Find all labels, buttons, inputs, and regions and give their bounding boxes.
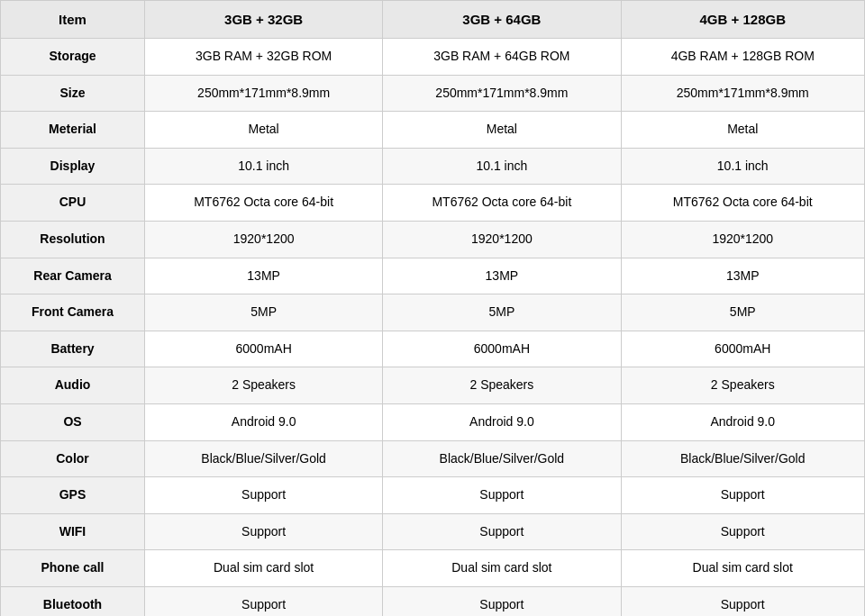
row-10-col1: Android 9.0 bbox=[145, 403, 383, 440]
row-5-col1: 1920*1200 bbox=[145, 221, 383, 258]
row-13-col1: Support bbox=[145, 513, 383, 550]
row-2-col1: Metal bbox=[145, 112, 383, 149]
row-2-col2: Metal bbox=[383, 112, 621, 149]
row-4-col3: MT6762 Octa core 64-bit bbox=[621, 185, 865, 222]
row-label: Meterial bbox=[1, 112, 145, 149]
row-label: Storage bbox=[1, 39, 145, 76]
table-row: WIFISupportSupportSupport bbox=[1, 513, 865, 550]
row-14-col2: Dual sim card slot bbox=[383, 550, 621, 587]
row-2-col3: Metal bbox=[621, 112, 865, 149]
row-label: Resolution bbox=[1, 221, 145, 258]
row-7-col3: 5MP bbox=[621, 294, 865, 331]
row-0-col3: 4GB RAM + 128GB ROM bbox=[621, 39, 865, 76]
row-1-col2: 250mm*171mm*8.9mm bbox=[383, 75, 621, 112]
row-13-col3: Support bbox=[621, 513, 865, 550]
row-label: Display bbox=[1, 148, 145, 185]
row-1-col3: 250mm*171mm*8.9mm bbox=[621, 75, 865, 112]
row-6-col3: 13MP bbox=[621, 258, 865, 294]
row-12-col3: Support bbox=[621, 477, 865, 514]
row-10-col3: Android 9.0 bbox=[621, 403, 865, 440]
row-7-col2: 5MP bbox=[383, 294, 621, 331]
row-label: CPU bbox=[1, 185, 145, 222]
spec-table-container: Item 3GB + 32GB 3GB + 64GB 4GB + 128GB S… bbox=[0, 0, 865, 616]
row-5-col2: 1920*1200 bbox=[383, 221, 621, 258]
row-label: Phone call bbox=[1, 550, 145, 587]
table-row: MeterialMetalMetalMetal bbox=[1, 112, 865, 149]
row-label: Bluetooth bbox=[1, 586, 145, 616]
row-6-col2: 13MP bbox=[383, 258, 621, 294]
row-13-col2: Support bbox=[383, 513, 621, 550]
row-4-col2: MT6762 Octa core 64-bit bbox=[383, 185, 621, 222]
row-8-col3: 6000mAH bbox=[621, 331, 865, 367]
row-15-col3: Support bbox=[621, 586, 865, 616]
row-14-col1: Dual sim card slot bbox=[145, 550, 383, 587]
row-label: Size bbox=[1, 75, 145, 112]
header-col2: 3GB + 64GB bbox=[383, 1, 621, 39]
row-8-col1: 6000mAH bbox=[145, 331, 383, 367]
row-5-col3: 1920*1200 bbox=[621, 221, 865, 258]
row-label: GPS bbox=[1, 477, 145, 514]
row-6-col1: 13MP bbox=[145, 258, 383, 294]
table-row: GPSSupportSupportSupport bbox=[1, 477, 865, 514]
row-9-col1: 2 Speakers bbox=[145, 367, 383, 404]
row-3-col2: 10.1 inch bbox=[383, 148, 621, 185]
table-row: Display10.1 inch10.1 inch10.1 inch bbox=[1, 148, 865, 185]
row-10-col2: Android 9.0 bbox=[383, 403, 621, 440]
row-label: OS bbox=[1, 403, 145, 440]
row-label: Rear Camera bbox=[1, 258, 145, 294]
header-col1: 3GB + 32GB bbox=[145, 1, 383, 39]
row-7-col1: 5MP bbox=[145, 294, 383, 331]
row-1-col1: 250mm*171mm*8.9mm bbox=[145, 75, 383, 112]
row-label: Front Camera bbox=[1, 294, 145, 331]
row-0-col1: 3GB RAM + 32GB ROM bbox=[145, 39, 383, 76]
row-9-col3: 2 Speakers bbox=[621, 367, 865, 404]
table-row: Battery6000mAH6000mAH6000mAH bbox=[1, 331, 865, 367]
row-15-col2: Support bbox=[383, 586, 621, 616]
table-row: BluetoothSupportSupportSupport bbox=[1, 586, 865, 616]
table-row: Phone callDual sim card slotDual sim car… bbox=[1, 550, 865, 587]
row-14-col3: Dual sim card slot bbox=[621, 550, 865, 587]
row-0-col2: 3GB RAM + 64GB ROM bbox=[383, 39, 621, 76]
row-4-col1: MT6762 Octa core 64-bit bbox=[145, 185, 383, 222]
table-row: Storage3GB RAM + 32GB ROM3GB RAM + 64GB … bbox=[1, 39, 865, 76]
row-11-col2: Black/Blue/Silver/Gold bbox=[383, 440, 621, 477]
table-row: Audio2 Speakers2 Speakers2 Speakers bbox=[1, 367, 865, 404]
row-3-col1: 10.1 inch bbox=[145, 148, 383, 185]
table-row: Resolution1920*12001920*12001920*1200 bbox=[1, 221, 865, 258]
row-label: Color bbox=[1, 440, 145, 477]
header-item: Item bbox=[1, 1, 145, 39]
spec-table: Item 3GB + 32GB 3GB + 64GB 4GB + 128GB S… bbox=[0, 0, 865, 616]
row-15-col1: Support bbox=[145, 586, 383, 616]
header-col3: 4GB + 128GB bbox=[621, 1, 865, 39]
table-row: Size250mm*171mm*8.9mm250mm*171mm*8.9mm25… bbox=[1, 75, 865, 112]
row-11-col3: Black/Blue/Silver/Gold bbox=[621, 440, 865, 477]
row-label: Audio bbox=[1, 367, 145, 404]
row-12-col2: Support bbox=[383, 477, 621, 514]
row-11-col1: Black/Blue/Silver/Gold bbox=[145, 440, 383, 477]
table-row: OSAndroid 9.0Android 9.0Android 9.0 bbox=[1, 403, 865, 440]
header-row: Item 3GB + 32GB 3GB + 64GB 4GB + 128GB bbox=[1, 1, 865, 39]
row-12-col1: Support bbox=[145, 477, 383, 514]
row-3-col3: 10.1 inch bbox=[621, 148, 865, 185]
table-row: ColorBlack/Blue/Silver/GoldBlack/Blue/Si… bbox=[1, 440, 865, 477]
row-8-col2: 6000mAH bbox=[383, 331, 621, 367]
row-label: WIFI bbox=[1, 513, 145, 550]
row-label: Battery bbox=[1, 331, 145, 367]
table-row: Rear Camera13MP13MP13MP bbox=[1, 258, 865, 294]
table-row: Front Camera5MP5MP5MP bbox=[1, 294, 865, 331]
row-9-col2: 2 Speakers bbox=[383, 367, 621, 404]
table-row: CPUMT6762 Octa core 64-bitMT6762 Octa co… bbox=[1, 185, 865, 222]
